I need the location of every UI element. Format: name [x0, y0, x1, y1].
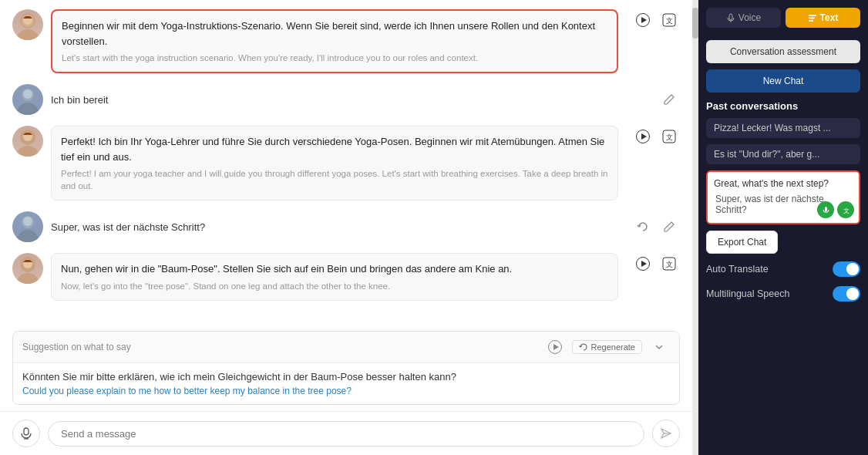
- message-row-3: Perfekt! Ich bin Ihr Yoga-Lehrer und füh…: [12, 126, 680, 201]
- message-actions-1: 文: [632, 9, 680, 31]
- svg-rect-37: [809, 20, 813, 22]
- suggestion-translation: Could you please explain to me how to be…: [22, 386, 670, 396]
- translate-icon-sidebar[interactable]: 文: [837, 201, 854, 218]
- past-conv-item-1[interactable]: Es ist "Und dir?", aber g...: [706, 144, 860, 164]
- edit-button-4[interactable]: [658, 216, 680, 238]
- user-message-row-4: Super, was ist der nächste Schritt?: [12, 207, 680, 247]
- chevron-down-icon[interactable]: [648, 336, 670, 358]
- play-button-3[interactable]: [632, 126, 654, 147]
- message-input[interactable]: [48, 421, 644, 447]
- sidebar-tabs: Voice Text: [698, 0, 868, 34]
- multilingual-speech-row: Multilingual Speech: [706, 285, 860, 303]
- user-actions-4: [632, 216, 680, 238]
- suggestion-main-text: Könnten Sie mir bitte erklären, wie ich …: [22, 371, 670, 383]
- translate-button-1[interactable]: 文: [658, 9, 680, 31]
- sidebar-input-box[interactable]: Great, what's the next step? 文 Super, wa…: [706, 170, 860, 224]
- svg-text:文: 文: [666, 133, 673, 141]
- scrollbar[interactable]: [692, 0, 698, 455]
- auto-translate-toggle[interactable]: [833, 261, 860, 277]
- svg-point-18: [17, 230, 39, 242]
- message-content-1: Beginnen wir mit dem Yoga-Instruktions-S…: [62, 20, 595, 47]
- send-button[interactable]: [652, 420, 680, 447]
- avatar-user-1: [12, 84, 43, 115]
- message-row: Beginnen wir mit dem Yoga-Instruktions-S…: [12, 9, 680, 73]
- message-translation-1: Let's start with the yoga instruction sc…: [62, 52, 607, 64]
- message-text-1: Beginnen wir mit dem Yoga-Instruktions-S…: [62, 19, 607, 49]
- message-bubble-3: Perfekt! Ich bin Ihr Yoga-Lehrer und füh…: [51, 126, 618, 201]
- avatar-user-2: [12, 211, 43, 242]
- sidebar-content: Conversation assessment New Chat Past co…: [698, 34, 868, 455]
- tab-voice[interactable]: Voice: [706, 8, 781, 28]
- past-conv-item-0[interactable]: Pizza! Lecker! Was magst ...: [706, 118, 860, 138]
- svg-point-12: [17, 146, 39, 157]
- regenerate-button[interactable]: Regenerate: [572, 340, 643, 354]
- message-row-5: Nun, gehen wir in die "Baum-Pose". Stell…: [12, 253, 680, 301]
- play-button-1[interactable]: [632, 9, 654, 31]
- edit-button-2[interactable]: [658, 89, 680, 110]
- suggestion-box: Suggestion on what to say Regenerate: [12, 331, 680, 405]
- message-bubble-1: Beginnen wir mit dem Yoga-Instruktions-S…: [51, 9, 618, 73]
- play-button-5[interactable]: [632, 253, 654, 275]
- message-actions-5: 文: [632, 253, 680, 275]
- microphone-button[interactable]: [12, 420, 40, 447]
- message-actions-3: 文: [632, 126, 680, 147]
- multilingual-speech-toggle[interactable]: [833, 286, 860, 302]
- past-conversations-title: Past conversations: [706, 100, 860, 112]
- avatar: [12, 9, 43, 40]
- play-suggestion-button[interactable]: [544, 336, 566, 358]
- suggestion-actions: Regenerate: [544, 336, 671, 358]
- scrollbar-thumb[interactable]: [692, 8, 698, 39]
- avatar-5: [12, 253, 43, 284]
- multilingual-speech-label: Multilingual Speech: [706, 288, 789, 299]
- message-translation-5: Now, let's go into the "tree pose". Stan…: [61, 280, 608, 292]
- translate-button-5[interactable]: 文: [658, 253, 680, 275]
- svg-point-10: [23, 89, 32, 99]
- input-area: [0, 411, 692, 455]
- svg-marker-29: [553, 344, 559, 350]
- auto-translate-row: Auto Translate: [706, 260, 860, 278]
- message-translation-3: Perfect! I am your yoga teacher and I wi…: [61, 167, 608, 192]
- svg-point-22: [17, 273, 39, 284]
- message-bubble-5: Nun, gehen wir in die "Baum-Pose". Stell…: [51, 253, 618, 301]
- chat-area: Beginnen wir mit dem Yoga-Instruktions-S…: [0, 0, 692, 455]
- svg-marker-5: [641, 17, 647, 23]
- user-message-text-4: Super, was ist der nächste Schritt?: [51, 221, 624, 233]
- svg-marker-25: [641, 261, 647, 267]
- retry-button-4[interactable]: [632, 216, 654, 238]
- suggestion-label: Suggestion on what to say: [22, 342, 131, 352]
- svg-rect-30: [24, 428, 29, 435]
- message-text-3: Perfekt! Ich bin Ihr Yoga-Lehrer und füh…: [61, 134, 608, 164]
- messages-container: Beginnen wir mit dem Yoga-Instruktions-S…: [0, 0, 692, 325]
- mic-icon-sidebar[interactable]: [817, 201, 834, 218]
- avatar-3: [12, 126, 43, 157]
- svg-point-2: [17, 29, 39, 40]
- sidebar-input-text: Great, what's the next step?: [714, 178, 853, 189]
- auto-translate-label: Auto Translate: [706, 264, 769, 275]
- new-chat-button[interactable]: New Chat: [706, 69, 860, 93]
- svg-rect-35: [809, 15, 816, 16]
- sidebar: Voice Text Conversation assessment New C…: [698, 0, 868, 455]
- conversation-assessment-button[interactable]: Conversation assessment: [706, 40, 860, 63]
- export-chat-button[interactable]: Export Chat: [706, 231, 778, 254]
- svg-text:文: 文: [843, 207, 849, 214]
- svg-text:文: 文: [666, 17, 673, 25]
- svg-point-8: [17, 103, 39, 115]
- svg-rect-36: [809, 18, 815, 19]
- user-actions-2: [658, 89, 680, 110]
- user-message-row-2: Ich bin bereit: [12, 79, 680, 120]
- suggestion-body: Könnten Sie mir bitte erklären, wie ich …: [13, 363, 679, 404]
- svg-point-20: [23, 217, 32, 226]
- message-text-5: Nun, gehen wir in die "Baum-Pose". Stell…: [61, 261, 608, 277]
- user-message-text-2: Ich bin bereit: [51, 94, 651, 106]
- tab-text[interactable]: Text: [786, 8, 860, 28]
- sidebar-input-icons: 文: [817, 201, 854, 218]
- translate-button-3[interactable]: 文: [658, 126, 680, 147]
- suggestion-header: Suggestion on what to say Regenerate: [13, 332, 679, 363]
- svg-text:文: 文: [666, 261, 673, 268]
- svg-marker-15: [641, 133, 647, 140]
